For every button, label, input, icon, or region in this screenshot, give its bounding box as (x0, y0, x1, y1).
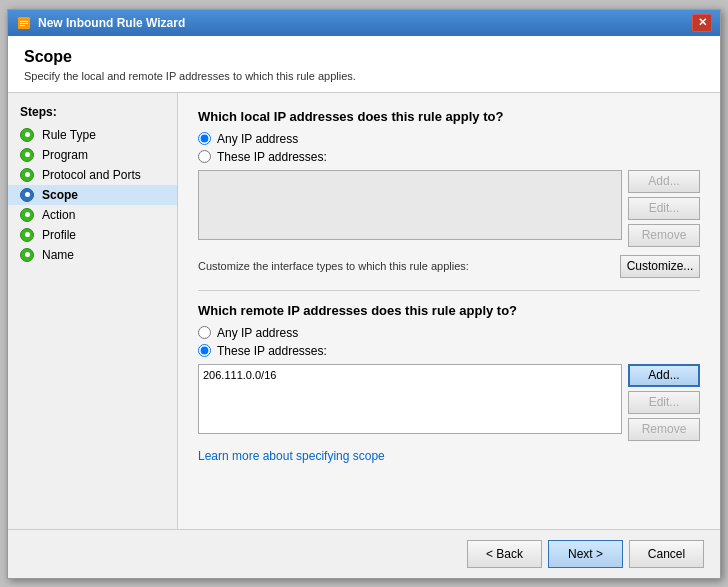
step-label-profile: Profile (42, 228, 76, 242)
local-section-title: Which local IP addresses does this rule … (198, 109, 700, 124)
local-edit-button[interactable]: Edit... (628, 197, 700, 220)
local-these-ip-row: These IP addresses: (198, 150, 700, 164)
svg-rect-1 (20, 21, 28, 22)
step-label-rule-type: Rule Type (42, 128, 96, 142)
sidebar-item-protocol-ports[interactable]: Protocol and Ports (8, 165, 177, 185)
svg-rect-2 (20, 23, 28, 24)
sidebar-item-action[interactable]: Action (8, 205, 177, 225)
wizard-window: New Inbound Rule Wizard ✕ Scope Specify … (7, 9, 721, 579)
step-label-program: Program (42, 148, 88, 162)
remote-btn-group: Add... Edit... Remove (628, 364, 700, 441)
learn-more-link[interactable]: Learn more about specifying scope (198, 449, 385, 463)
remote-these-radio[interactable] (198, 344, 211, 357)
window-title: New Inbound Rule Wizard (38, 16, 692, 30)
local-remove-button[interactable]: Remove (628, 224, 700, 247)
window-icon (16, 15, 32, 31)
remote-add-button[interactable]: Add... (628, 364, 700, 387)
remote-section-title: Which remote IP addresses does this rule… (198, 303, 700, 318)
customize-label: Customize the interface types to which t… (198, 260, 469, 272)
local-any-ip-row: Any IP address (198, 132, 700, 146)
local-ip-textarea[interactable] (198, 170, 622, 240)
wizard-header: Scope Specify the local and remote IP ad… (8, 36, 720, 93)
remote-these-label[interactable]: These IP addresses: (217, 344, 327, 358)
page-description: Specify the local and remote IP addresse… (24, 70, 704, 82)
sidebar-item-name[interactable]: Name (8, 245, 177, 265)
local-any-radio[interactable] (198, 132, 211, 145)
next-button[interactable]: Next > (548, 540, 623, 568)
remote-ip-textarea[interactable] (198, 364, 622, 434)
remote-any-label[interactable]: Any IP address (217, 326, 298, 340)
step-dot-rule-type (20, 128, 34, 142)
local-any-label[interactable]: Any IP address (217, 132, 298, 146)
cancel-button[interactable]: Cancel (629, 540, 704, 568)
step-dot-scope (20, 188, 34, 202)
sidebar-item-profile[interactable]: Profile (8, 225, 177, 245)
step-label-protocol-ports: Protocol and Ports (42, 168, 141, 182)
step-dot-protocol-ports (20, 168, 34, 182)
sidebar-item-rule-type[interactable]: Rule Type (8, 125, 177, 145)
sidebar-item-scope[interactable]: Scope (8, 185, 177, 205)
customize-button[interactable]: Customize... (620, 255, 700, 278)
back-button[interactable]: < Back (467, 540, 542, 568)
step-dot-program (20, 148, 34, 162)
remote-remove-button[interactable]: Remove (628, 418, 700, 441)
section-divider (198, 290, 700, 291)
page-title: Scope (24, 48, 704, 66)
remote-ip-box-row: Add... Edit... Remove (198, 364, 700, 441)
remote-edit-button[interactable]: Edit... (628, 391, 700, 414)
wizard-footer: < Back Next > Cancel (8, 529, 720, 578)
steps-sidebar: Steps: Rule Type Program Protocol and Po… (8, 93, 178, 529)
local-ip-box-row: Add... Edit... Remove (198, 170, 700, 247)
remote-any-ip-row: Any IP address (198, 326, 700, 340)
step-dot-name (20, 248, 34, 262)
step-dot-action (20, 208, 34, 222)
customize-row: Customize the interface types to which t… (198, 255, 700, 278)
title-bar: New Inbound Rule Wizard ✕ (8, 10, 720, 36)
local-add-button[interactable]: Add... (628, 170, 700, 193)
remote-ip-options: Any IP address These IP addresses: (198, 326, 700, 358)
step-label-scope: Scope (42, 188, 78, 202)
svg-rect-3 (20, 25, 25, 26)
local-btn-group: Add... Edit... Remove (628, 170, 700, 247)
local-these-label[interactable]: These IP addresses: (217, 150, 327, 164)
close-button[interactable]: ✕ (692, 14, 712, 32)
wizard-content: Steps: Rule Type Program Protocol and Po… (8, 93, 720, 529)
step-dot-profile (20, 228, 34, 242)
steps-label: Steps: (8, 105, 177, 125)
remote-any-radio[interactable] (198, 326, 211, 339)
step-label-name: Name (42, 248, 74, 262)
step-label-action: Action (42, 208, 75, 222)
remote-these-ip-row: These IP addresses: (198, 344, 700, 358)
main-panel: Which local IP addresses does this rule … (178, 93, 720, 529)
sidebar-item-program[interactable]: Program (8, 145, 177, 165)
local-ip-options: Any IP address These IP addresses: (198, 132, 700, 164)
local-these-radio[interactable] (198, 150, 211, 163)
